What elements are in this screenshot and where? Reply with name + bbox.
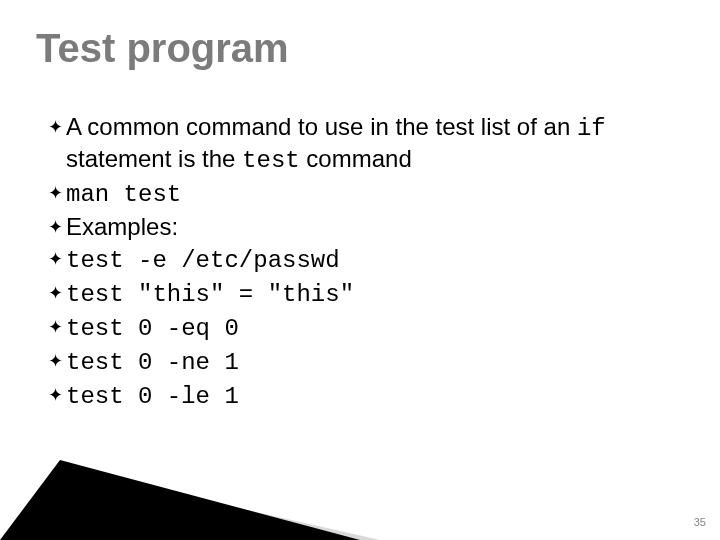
bullet-icon: ✦	[48, 212, 66, 242]
bullet-item: ✦Examples:	[48, 212, 672, 242]
bullet-text: test 0 -ne 1	[66, 346, 672, 378]
bullet-item: ✦man test	[48, 178, 672, 210]
bullet-item: ✦test "this" = "this"	[48, 278, 672, 310]
slide-title: Test program	[36, 26, 289, 71]
bullet-text: test 0 -eq 0	[66, 312, 672, 344]
bullet-text: man test	[66, 178, 672, 210]
bullet-text: test "this" = "this"	[66, 278, 672, 310]
slide-body: ✦A common command to use in the test lis…	[48, 112, 672, 414]
bullet-icon: ✦	[48, 178, 66, 208]
svg-marker-1	[0, 460, 360, 540]
bullet-item: ✦A common command to use in the test lis…	[48, 112, 672, 176]
bullet-icon: ✦	[48, 380, 66, 410]
bullet-icon: ✦	[48, 278, 66, 308]
bullet-text: test -e /etc/passwd	[66, 244, 672, 276]
bullet-icon: ✦	[48, 346, 66, 376]
corner-decoration	[0, 430, 380, 540]
bullet-icon: ✦	[48, 312, 66, 342]
bullet-item: ✦test 0 -le 1	[48, 380, 672, 412]
bullet-icon: ✦	[48, 112, 66, 142]
bullet-icon: ✦	[48, 244, 66, 274]
bullet-text: test 0 -le 1	[66, 380, 672, 412]
page-number: 35	[694, 516, 706, 528]
svg-marker-0	[0, 470, 380, 540]
bullet-item: ✦test 0 -ne 1	[48, 346, 672, 378]
bullet-text: A common command to use in the test list…	[66, 112, 672, 176]
bullet-item: ✦test 0 -eq 0	[48, 312, 672, 344]
bullet-text: Examples:	[66, 212, 672, 242]
slide: Test program ✦A common command to use in…	[0, 0, 720, 540]
bullet-item: ✦test -e /etc/passwd	[48, 244, 672, 276]
